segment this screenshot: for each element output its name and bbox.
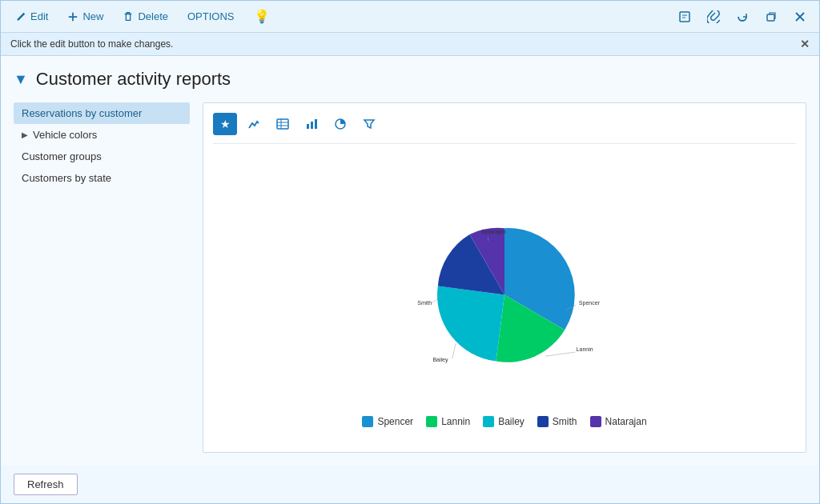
profile-button[interactable] <box>672 4 697 30</box>
legend-color-spencer <box>362 416 373 427</box>
svg-rect-1 <box>767 14 774 21</box>
sidebar-item-label: Vehicle colors <box>33 129 97 141</box>
page-header: ▼ Customer activity reports <box>14 69 806 90</box>
lightbulb-icon: 💡 <box>254 9 270 24</box>
options-button[interactable]: OPTIONS <box>179 7 243 26</box>
legend-label-spencer: Spencer <box>377 416 413 427</box>
legend-color-smith <box>537 416 549 427</box>
legend-color-natarajan <box>590 416 601 427</box>
svg-rect-2 <box>277 119 288 129</box>
refresh-window-button[interactable] <box>730 4 755 30</box>
toolbar-bar-button[interactable] <box>299 113 324 135</box>
filter-icon: ▼ <box>14 71 28 88</box>
bottom-bar: Refresh <box>1 466 819 503</box>
sidebar: Reservations by customer ▶ Vehicle color… <box>14 102 190 453</box>
page-title: Customer activity reports <box>36 69 231 90</box>
pie-chart-icon <box>334 118 347 130</box>
pie-chart: Spencer Lannin Bailey Smith Natarajan <box>376 170 633 410</box>
expand-arrow-icon: ▶ <box>22 130 28 139</box>
new-label: New <box>82 10 103 22</box>
window-controls <box>672 4 813 30</box>
attachment-icon <box>707 10 720 23</box>
report-area: ★ <box>203 102 806 453</box>
legend-color-bailey <box>483 416 494 427</box>
sidebar-item-label: Customers by state <box>22 172 111 184</box>
toolbar-filter-button[interactable] <box>357 113 381 135</box>
svg-line-11 <box>545 352 575 356</box>
label-smith: Smith <box>417 300 432 306</box>
new-button[interactable]: New <box>59 7 111 26</box>
edit-button[interactable]: Edit <box>7 7 56 26</box>
legend-label-natarajan: Natarajan <box>605 416 647 427</box>
svg-line-12 <box>452 343 456 358</box>
sidebar-item-reservations[interactable]: Reservations by customer <box>14 102 190 124</box>
toolbar-star-button[interactable]: ★ <box>213 113 237 135</box>
toolbar-line-button[interactable] <box>242 113 266 135</box>
report-toolbar: ★ <box>213 113 796 144</box>
info-bar: Click the edit button to make changes. ✕ <box>1 33 819 56</box>
close-button[interactable] <box>787 4 813 30</box>
toolbar-pie-button[interactable] <box>328 113 352 135</box>
line-chart-icon <box>247 118 260 130</box>
main-content: ▼ Customer activity reports Reservations… <box>1 56 819 466</box>
chart-legend: Spencer Lannin Bailey Smith <box>362 416 646 427</box>
refresh-icon <box>736 10 749 23</box>
restore-icon <box>765 10 778 23</box>
legend-smith: Smith <box>537 416 577 427</box>
close-icon <box>794 10 806 23</box>
legend-label-bailey: Bailey <box>498 416 525 427</box>
svg-rect-8 <box>315 119 317 129</box>
profile-icon <box>678 10 691 23</box>
attachment-button[interactable] <box>701 4 726 30</box>
sidebar-item-vehicle-colors[interactable]: ▶ Vehicle colors <box>14 124 190 146</box>
svg-rect-6 <box>307 124 309 129</box>
plus-icon <box>67 11 78 22</box>
legend-label-smith: Smith <box>553 416 577 427</box>
pie-segment-bailey <box>437 286 504 361</box>
toolbar-table-button[interactable] <box>271 113 295 135</box>
info-message: Click the edit button to make changes. <box>10 38 173 50</box>
restore-button[interactable] <box>758 4 784 30</box>
sidebar-item-label: Customer groups <box>22 150 102 162</box>
edit-icon <box>15 11 26 22</box>
label-natarajan: Natarajan <box>481 228 506 234</box>
funnel-icon <box>363 118 376 130</box>
options-label: OPTIONS <box>187 10 235 22</box>
legend-spencer: Spencer <box>362 416 413 427</box>
chart-container: Spencer Lannin Bailey Smith Natarajan <box>213 154 796 442</box>
delete-label: Delete <box>138 10 168 22</box>
edit-label: Edit <box>30 10 48 22</box>
info-close-button[interactable]: ✕ <box>800 38 810 50</box>
legend-lannin: Lannin <box>426 416 470 427</box>
table-icon <box>276 118 289 130</box>
sidebar-item-label: Reservations by customer <box>22 107 142 119</box>
delete-icon <box>123 11 134 22</box>
refresh-button[interactable]: Refresh <box>14 474 78 495</box>
main-window: Edit New Delete OPTIONS 💡 <box>0 0 820 504</box>
svg-rect-7 <box>311 122 313 129</box>
label-bailey: Bailey <box>432 356 448 362</box>
refresh-label: Refresh <box>27 478 64 490</box>
sidebar-item-customer-groups[interactable]: Customer groups <box>14 146 190 167</box>
legend-natarajan: Natarajan <box>590 416 647 427</box>
legend-label-lannin: Lannin <box>441 416 470 427</box>
legend-color-lannin <box>426 416 437 427</box>
lightbulb-button[interactable]: 💡 <box>246 6 278 27</box>
label-spencer: Spencer <box>579 300 601 306</box>
legend-bailey: Bailey <box>483 416 525 427</box>
content-area: Reservations by customer ▶ Vehicle color… <box>14 102 806 453</box>
sidebar-item-customers-state[interactable]: Customers by state <box>14 167 190 189</box>
titlebar: Edit New Delete OPTIONS 💡 <box>1 1 819 33</box>
svg-rect-0 <box>680 12 689 22</box>
bar-chart-icon <box>305 118 318 130</box>
delete-button[interactable]: Delete <box>115 7 176 26</box>
label-lannin: Lannin <box>577 346 593 351</box>
